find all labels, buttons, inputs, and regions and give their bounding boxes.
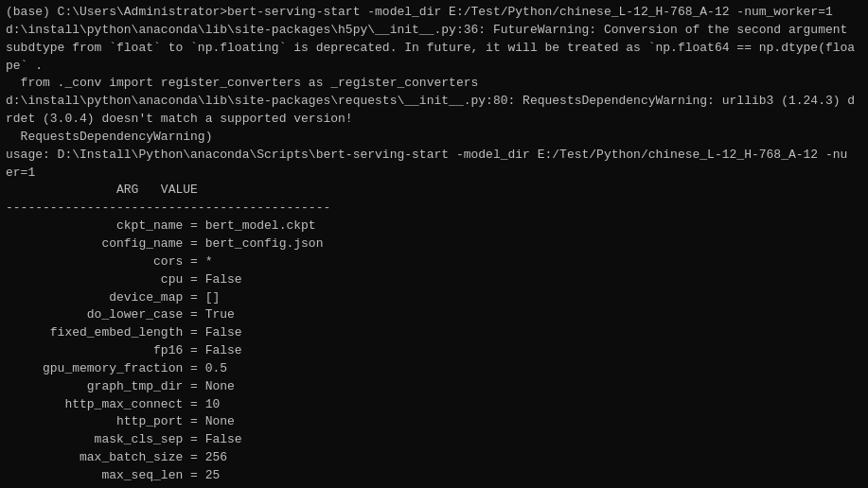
terminal-line: d:\install\python\anaconda\lib\site-pack… bbox=[6, 22, 862, 40]
args-table: ckpt_name = bert_model.ckpt config_name … bbox=[6, 218, 862, 488]
arg-row: fp16 = False bbox=[6, 342, 862, 360]
arg-row: config_name = bert_config.json bbox=[6, 235, 862, 253]
arg-row: cpu = False bbox=[6, 271, 862, 289]
arg-row: http_port = None bbox=[6, 413, 862, 431]
arg-row: do_lower_case = True bbox=[6, 306, 862, 324]
header-line: ARG VALUE bbox=[6, 182, 862, 200]
arg-row: graph_tmp_dir = None bbox=[6, 378, 862, 396]
terminal-line: from ._conv import register_converters a… bbox=[6, 75, 862, 93]
arg-row: http_max_connect = 10 bbox=[6, 396, 862, 414]
arg-row: device_map = [] bbox=[6, 289, 862, 307]
terminal-line: d:\install\python\anaconda\lib\site-pack… bbox=[6, 93, 862, 111]
terminal-window: (base) C:\Users\Administrator>bert-servi… bbox=[0, 0, 868, 488]
arg-row: mask_cls_sep = False bbox=[6, 431, 862, 449]
terminal-line: rdet (3.0.4) doesn't match a supported v… bbox=[6, 111, 862, 129]
arg-row: fixed_embed_length = False bbox=[6, 324, 862, 342]
arg-row: gpu_memory_fraction = 0.5 bbox=[6, 360, 862, 378]
arg-row: ckpt_name = bert_model.ckpt bbox=[6, 218, 862, 235]
terminal-line: pe` . bbox=[6, 58, 862, 76]
terminal-line: (base) C:\Users\Administrator>bert-servi… bbox=[6, 4, 862, 22]
terminal-line: RequestsDependencyWarning) bbox=[6, 129, 862, 147]
terminal-line: subdtype from `float` to `np.floating` i… bbox=[6, 40, 862, 58]
arg-row: max_seq_len = 25 bbox=[6, 467, 862, 485]
arg-row: max_batch_size = 256 bbox=[6, 449, 862, 467]
terminal-line: usage: D:\Install\Python\anaconda\Script… bbox=[6, 147, 862, 165]
terminal-output: (base) C:\Users\Administrator>bert-servi… bbox=[6, 4, 862, 182]
terminal-line: er=1 bbox=[6, 165, 862, 183]
separator-line: ----------------------------------------… bbox=[6, 200, 862, 218]
arg-row: cors = * bbox=[6, 253, 862, 271]
